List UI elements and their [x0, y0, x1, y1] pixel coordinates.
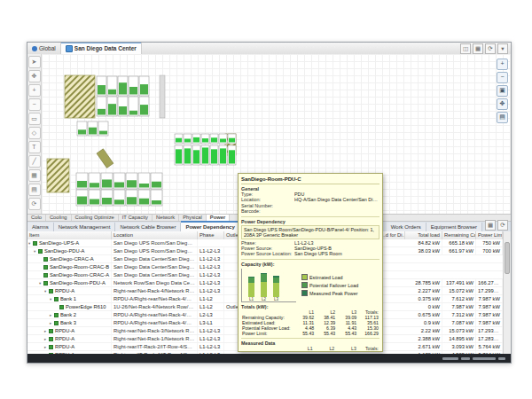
layers-icon[interactable]: ▤: [497, 112, 508, 123]
view-tab-power[interactable]: Power: [207, 215, 230, 221]
panel-tab-network-cable-browser[interactable]: Network Cable Browser: [115, 223, 181, 231]
value-cell: 12.39: [314, 351, 336, 352]
select-tool-icon[interactable]: ➤: [28, 56, 41, 68]
rack-group[interactable]: [76, 173, 162, 206]
remaining-capacity-cell: 665.18 kW: [442, 239, 476, 246]
phase-cell: L1-L2-L3: [198, 279, 224, 286]
rack-group[interactable]: [97, 76, 149, 116]
refresh-tool-icon[interactable]: ⟳: [28, 198, 41, 210]
column-header-power-limit[interactable]: Power Limit: [476, 231, 503, 239]
total-load-cell: 0.375 kW: [405, 295, 442, 302]
remaining-capacity-cell: 15.073 kW: [442, 327, 476, 334]
field-label: Barcode:: [241, 208, 294, 214]
item-details-popup: SanDiego-Room-PDU-C General Type:PDULoca…: [238, 173, 383, 352]
panel-tab-equipment-browser[interactable]: Equipment Browser: [426, 223, 482, 231]
remaining-capacity-cell: 7.087 kW: [442, 319, 476, 326]
total-load-cell: 2.671 kW: [405, 343, 442, 350]
vertical-scrollbar[interactable]: [503, 231, 511, 354]
rect-tool-icon[interactable]: ▭: [28, 113, 41, 125]
column-header-remaining-capacity[interactable]: Remaining Ca…: [442, 231, 476, 239]
panel-tab-network-management[interactable]: Network Management: [54, 223, 116, 231]
refresh-icon[interactable]: ⟳: [497, 220, 508, 231]
pan-tool-icon[interactable]: ✥: [28, 70, 41, 82]
panel-tab-power-dependency[interactable]: Power Dependency: [181, 221, 239, 231]
value-cell: 55.43: [293, 331, 315, 336]
rack-group[interactable]: [175, 145, 236, 165]
item-label: Bank 3: [60, 320, 76, 325]
capacity-bar-l2: L2: [261, 269, 267, 301]
power-limit-cell: 700 kW: [476, 247, 503, 254]
zoom-out-icon[interactable]: −: [497, 72, 508, 83]
tab-label: San Diego Data Center: [74, 45, 137, 51]
remaining-capacity-cell: 15.072 kW: [442, 287, 476, 294]
rotated-rack[interactable]: [97, 149, 113, 168]
view-tab-it-capacity[interactable]: IT Capacity: [119, 215, 153, 221]
export-icon[interactable]: ▦: [485, 220, 496, 231]
phase-cell: L2-L3: [198, 311, 224, 318]
layers-tool-icon[interactable]: ▤: [28, 184, 41, 196]
item-icon: [43, 257, 48, 262]
location-cell: San Diego Data Center/San Diego/North Am…: [112, 271, 198, 278]
view-tab-cooling-optimize[interactable]: Cooling Optimize: [72, 215, 119, 221]
panel-toolbar: ▦⟳: [482, 220, 511, 231]
rack-group[interactable]: [175, 134, 236, 144]
pan-icon[interactable]: ✥: [497, 98, 508, 110]
item-cell: ▸RPDU-A: [27, 335, 112, 343]
location-cell: Right-rear/IT-Rack-2/IT-Row-4/San Diego …: [112, 343, 198, 350]
text-tool-icon[interactable]: T: [28, 141, 41, 153]
column-header-phase[interactable]: Phase: [198, 231, 224, 239]
phase-cell: L1-L2-L3: [198, 335, 224, 342]
location-cell: RPDU-A/Right-rear/Net-Rack-4/Network Row…: [112, 319, 198, 326]
view-tab-cooling[interactable]: Cooling: [46, 215, 72, 221]
totals-table: L1L2L3Totals:Remaining Capacity:39.6238.…: [241, 309, 379, 336]
document-tab-san-diego-data-center[interactable]: San Diego Data Center: [61, 43, 142, 54]
estimated-load-segment: [273, 283, 279, 297]
item-cell: SanDiego-Room-CRAC-B: [27, 263, 112, 270]
view-tab-network[interactable]: Network: [153, 215, 179, 221]
location-cell: San Diego UPS Room/San Diego Data Center…: [112, 247, 198, 254]
polygon-tool-icon[interactable]: ◇: [28, 127, 41, 139]
view-tab-physical[interactable]: Physical: [179, 215, 207, 221]
column-header-total-load[interactable]: Total load: [405, 231, 442, 239]
grid-tool-icon[interactable]: ▦: [28, 169, 41, 182]
item-label: Bank 2: [60, 312, 76, 317]
total-load-cell: 28.785 kW: [405, 279, 442, 286]
zoom-out-tool-icon[interactable]: −: [28, 98, 41, 111]
value-cell: 55.43: [336, 331, 357, 336]
zoom-in-tool-icon[interactable]: +: [28, 84, 41, 97]
menu-icon[interactable]: ▾: [497, 43, 508, 54]
location-cell: Right-rear/Net-Rack-4/Network Row/San Di…: [112, 287, 198, 294]
tool-palette: ➤✥+−▭◇T╱▦▤⟳: [27, 54, 42, 214]
panel-tab-alarms[interactable]: Alarms: [27, 223, 54, 231]
item-label: RPDU-A: [55, 328, 74, 333]
view-tab-colo[interactable]: Colo: [27, 215, 46, 221]
line-tool-icon[interactable]: ╱: [28, 155, 41, 168]
zoom-fit-icon[interactable]: ▣: [497, 85, 508, 97]
globe-icon: [32, 46, 37, 51]
item-cell: SanDiego-Room-CRAC-A: [27, 271, 112, 278]
item-label: RPDU-A: [55, 288, 74, 293]
location-cell: San Diego Data Center/San Diego/North Am…: [112, 263, 198, 270]
power-limit-cell: 17.299 kW: [476, 287, 503, 294]
layout-icon[interactable]: ◫: [460, 43, 471, 54]
scrollbar-thumb[interactable]: [505, 242, 510, 274]
zoom-in-icon[interactable]: +: [497, 59, 508, 70]
zoom-toolbar: +−▣✥▤: [497, 59, 508, 123]
item-icon: [43, 281, 48, 286]
panel-tab-work-orders[interactable]: Work Orders: [387, 223, 426, 231]
document-tab-global[interactable]: Global: [27, 43, 61, 54]
column-header-location[interactable]: Location: [112, 231, 198, 239]
total-load-cell: 2.388 kW: [405, 335, 442, 342]
remaining-capacity-cell: 14.895 kW: [442, 335, 476, 342]
item-cell: ▾RPDU-A: [27, 287, 112, 295]
item-label: SanDiego-PDU-A: [44, 248, 84, 254]
column-header-item[interactable]: Item: [27, 231, 112, 239]
refresh-icon[interactable]: ⟳: [485, 43, 496, 54]
field-value: [294, 208, 379, 214]
capacity-chart: L1L2L3 Estimated LoadPotential Failover …: [241, 269, 379, 302]
location-cell: San Diego Data Center/San Diego/North Am…: [112, 255, 198, 262]
phase-cell: L1-L2-L3: [198, 287, 224, 294]
grid-view-icon[interactable]: ▦: [473, 43, 483, 54]
item-label: SanDiego-UPS-A: [39, 240, 79, 246]
rack-group[interactable]: [77, 121, 108, 136]
